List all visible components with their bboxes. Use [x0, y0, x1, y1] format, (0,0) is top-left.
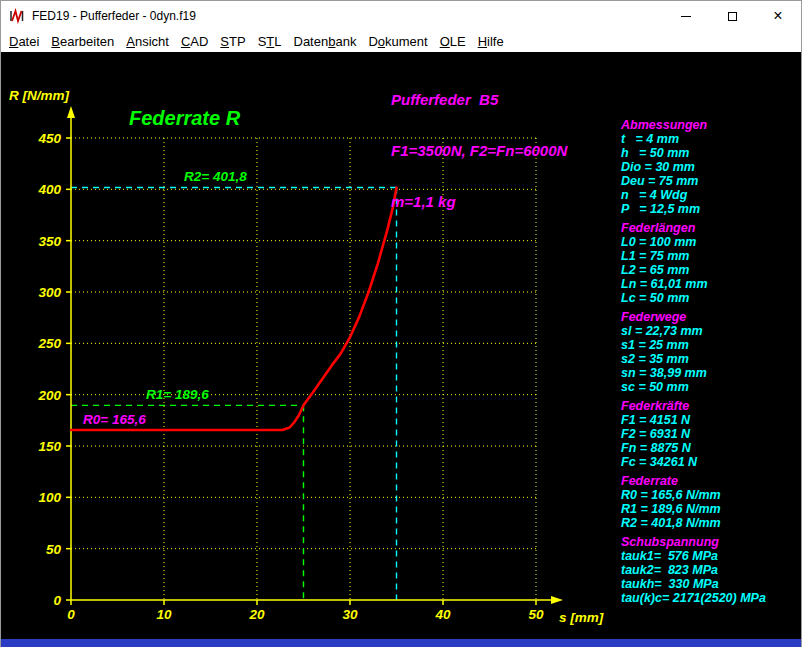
results-panel: Abmessungent = 4 mmh = 50 mmDio = 30 mmD…	[621, 118, 766, 605]
x-axis-label: s [mm]	[559, 610, 604, 625]
menu-item-dokument[interactable]: Dokument	[362, 32, 433, 51]
panel-section-title: Federwege	[621, 310, 766, 324]
title-bar: FED19 - Pufferfeder - 0dyn.f19 ×	[1, 1, 801, 31]
menu-item-bearbeiten[interactable]: Bearbeiten	[45, 32, 120, 51]
panel-value-line: R1 = 189,6 N/mm	[621, 502, 766, 516]
x-tick-label: 40	[434, 607, 451, 622]
y-tick-label: 50	[46, 542, 62, 557]
menu-bar: DateiBearbeitenAnsichtCADSTPSTLDatenbank…	[1, 31, 801, 52]
menu-item-ole[interactable]: OLE	[434, 32, 472, 51]
panel-value-line: R0 = 165,6 N/mm	[621, 488, 766, 502]
panel-value-line: Ln = 61,01 mm	[621, 277, 766, 291]
x-tick-label: 50	[528, 607, 544, 622]
panel-value-line: s2 = 35 mm	[621, 352, 766, 366]
panel-section-title: Abmessungen	[621, 118, 766, 132]
window-controls: ×	[663, 1, 801, 31]
panel-value-line: R2 = 401,8 N/mm	[621, 516, 766, 530]
panel-value-line: L1 = 75 mm	[621, 249, 766, 263]
menu-item-ansicht[interactable]: Ansicht	[120, 32, 175, 51]
y-tick-label: 350	[38, 234, 61, 249]
y-tick-label: 250	[37, 336, 61, 351]
panel-value-line: s1 = 25 mm	[621, 338, 766, 352]
y-tick-label: 0	[53, 593, 61, 608]
panel-value-line: F2 = 6931 N	[621, 427, 766, 441]
panel-value-line: h = 50 mm	[621, 146, 766, 160]
panel-value-line: Lc = 50 mm	[621, 291, 766, 305]
header-mass: m=1,1 kg	[391, 193, 567, 210]
panel-value-line: Fc = 34261 N	[621, 455, 766, 469]
panel-value-line: L2 = 65 mm	[621, 263, 766, 277]
panel-section-title: Federrate	[621, 474, 766, 488]
panel-value-line: tauk2= 823 MPa	[621, 563, 766, 577]
panel-section-title: Federlängen	[621, 221, 766, 235]
window-title: FED19 - Pufferfeder - 0dyn.f19	[32, 9, 196, 23]
panel-value-line: L0 = 100 mm	[621, 235, 766, 249]
app-icon	[9, 8, 25, 24]
menu-item-cad[interactable]: CAD	[175, 32, 214, 51]
r1-label: R1= 189,6	[146, 387, 209, 402]
panel-value-line: sc = 50 mm	[621, 380, 766, 394]
close-button[interactable]: ×	[755, 1, 801, 31]
menu-item-datenbank[interactable]: Datenbank	[288, 32, 363, 51]
y-tick-label: 200	[37, 388, 61, 403]
x-axis-arrow	[551, 596, 563, 604]
panel-value-line: F1 = 4151 N	[621, 413, 766, 427]
spring-rate-curve	[71, 188, 397, 431]
app-window: FED19 - Pufferfeder - 0dyn.f19 × DateiBe…	[0, 0, 802, 647]
panel-value-line: sl = 22,73 mm	[621, 324, 766, 338]
maximize-button[interactable]	[709, 1, 755, 31]
x-tick-label: 30	[342, 607, 358, 622]
r0-label: R0= 165,6	[83, 412, 146, 427]
panel-value-line: t = 4 mm	[621, 132, 766, 146]
panel-value-line: tauk1= 576 MPa	[621, 549, 766, 563]
maximize-icon	[728, 12, 737, 21]
panel-value-line: taukh= 330 MPa	[621, 577, 766, 591]
y-tick-label: 300	[38, 285, 61, 300]
chart-title: Federrate R	[129, 107, 241, 129]
panel-value-line: tau(k)c= 2171(2520) MPa	[621, 591, 766, 605]
panel-section-title: Federkräfte	[621, 399, 766, 413]
close-icon: ×	[773, 8, 782, 24]
x-tick-label: 20	[248, 607, 265, 622]
y-tick-label: 400	[37, 182, 61, 197]
panel-value-line: Deu = 75 mm	[621, 174, 766, 188]
panel-value-line: P = 12,5 mm	[621, 202, 766, 216]
y-axis-arrow	[67, 106, 75, 118]
menu-item-stl[interactable]: STL	[252, 32, 288, 51]
minimize-button[interactable]	[663, 1, 709, 31]
y-tick-label: 100	[38, 490, 61, 505]
header-spring-name: Pufferfeder B5	[391, 91, 567, 108]
panel-value-line: n = 4 Wdg	[621, 188, 766, 202]
panel-section-title: Schubspannung	[621, 535, 766, 549]
panel-value-line: sn = 38,99 mm	[621, 366, 766, 380]
x-tick-label: 0	[67, 607, 75, 622]
menu-item-datei[interactable]: Datei	[3, 32, 45, 51]
plot-area: 05010015020025030035040045001020304050R …	[1, 52, 802, 639]
taskbar-strip	[1, 639, 801, 647]
panel-value-line: Dio = 30 mm	[621, 160, 766, 174]
menu-item-hilfe[interactable]: Hilfe	[472, 32, 510, 51]
chart-header: Pufferfeder B5 F1=3500N, F2=Fn=6000N m=1…	[391, 57, 567, 244]
r2-label: R2= 401,8	[184, 169, 247, 184]
y-axis-label: R [N/mm]	[9, 88, 70, 103]
header-forces: F1=3500N, F2=Fn=6000N	[391, 142, 567, 159]
y-tick-label: 150	[38, 439, 61, 454]
x-tick-label: 10	[156, 607, 172, 622]
y-tick-label: 450	[37, 131, 61, 146]
panel-value-line: Fn = 8875 N	[621, 441, 766, 455]
menu-item-stp[interactable]: STP	[214, 32, 251, 51]
minimize-icon	[681, 16, 691, 17]
